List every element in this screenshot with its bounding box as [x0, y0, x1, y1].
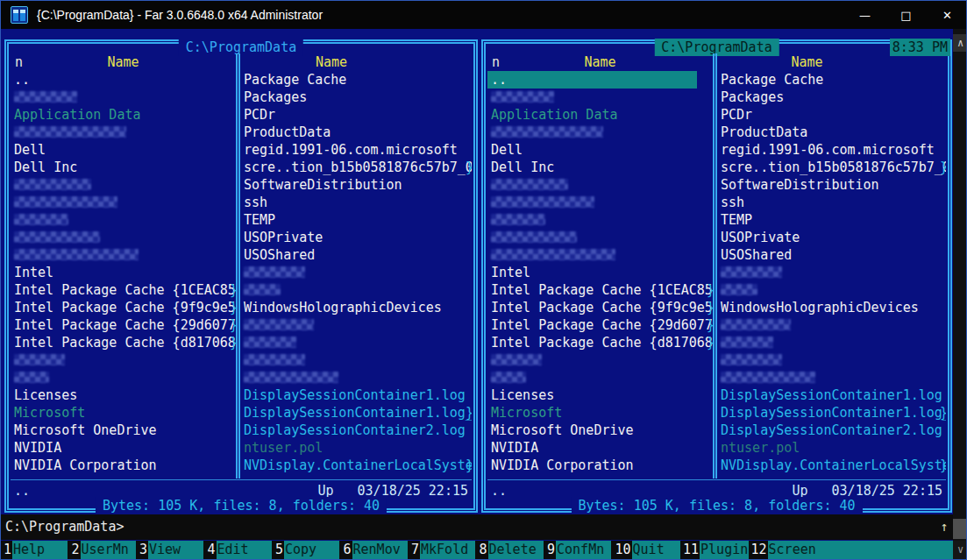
file-row[interactable]: USOPrivate: [240, 229, 472, 246]
file-row-redacted[interactable]: [240, 316, 472, 334]
file-row-redacted[interactable]: [240, 369, 472, 386]
file-row[interactable]: Package Cache: [717, 71, 946, 89]
file-row-redacted[interactable]: [11, 176, 236, 194]
file-row[interactable]: ProductData: [240, 124, 472, 141]
file-row[interactable]: Microsoft: [487, 404, 713, 422]
file-row-redacted[interactable]: [11, 194, 236, 211]
file-row[interactable]: ntuser.pol: [240, 439, 472, 457]
minimize-button[interactable]: —: [844, 1, 885, 29]
file-row[interactable]: Microsoft OneDrive: [11, 422, 236, 439]
file-row-redacted[interactable]: [487, 211, 713, 229]
file-row[interactable]: Intel Package Cache {d817068}: [487, 334, 713, 351]
fkey-5-copy[interactable]: 5Copy: [273, 541, 341, 559]
file-row-redacted[interactable]: [487, 229, 713, 246]
file-row-redacted[interactable]: [11, 246, 236, 264]
file-row[interactable]: WindowsHolographicDevices: [240, 299, 472, 316]
file-row[interactable]: Intel: [11, 264, 236, 281]
file-row[interactable]: Intel Package Cache {d817068}: [11, 334, 236, 351]
file-row[interactable]: regid.1991-06.com.microsoft: [717, 141, 946, 159]
history-up-arrow-icon[interactable]: ↑: [935, 514, 953, 540]
file-row[interactable]: DisplaySessionContainer1.log_}: [240, 404, 472, 422]
file-row[interactable]: NVIDIA: [11, 439, 236, 457]
file-row-redacted[interactable]: [240, 351, 472, 369]
scrollbar[interactable]: ∧ ∨: [953, 29, 967, 560]
file-row[interactable]: Intel Package Cache {9f9c9e5}: [11, 299, 236, 316]
file-row[interactable]: ..: [487, 71, 713, 89]
file-row[interactable]: Dell: [11, 141, 236, 159]
fkey-7-mkfold[interactable]: 7MkFold: [409, 541, 477, 559]
file-row[interactable]: SoftwareDistribution: [240, 176, 472, 194]
file-row-redacted[interactable]: [487, 124, 713, 141]
file-row[interactable]: WindowsHolographicDevices: [717, 299, 946, 316]
file-row-redacted[interactable]: [11, 124, 236, 141]
fkey-11-plugin[interactable]: 11Plugin: [680, 541, 749, 559]
file-row-redacted[interactable]: [487, 246, 713, 264]
file-row[interactable]: USOShared: [717, 246, 946, 264]
file-row[interactable]: ntuser.pol: [717, 439, 946, 457]
file-row-redacted[interactable]: [717, 334, 946, 351]
file-row[interactable]: DisplaySessionContainer1.log_}: [717, 404, 946, 422]
file-row[interactable]: Microsoft OneDrive: [487, 422, 713, 439]
file-row-redacted[interactable]: [11, 229, 236, 246]
file-row-redacted[interactable]: [717, 316, 946, 334]
scroll-up-icon[interactable]: ∧: [953, 34, 967, 52]
file-row[interactable]: DisplaySessionContainer1.log: [717, 386, 946, 404]
fkey-10-quit[interactable]: 10Quit: [613, 541, 681, 559]
file-row-redacted[interactable]: [11, 89, 236, 106]
fkey-6-renmov[interactable]: 6RenMov: [341, 541, 409, 559]
file-row[interactable]: Package Cache: [240, 71, 472, 89]
file-row[interactable]: TEMP: [240, 211, 472, 229]
file-row-redacted[interactable]: [487, 89, 713, 106]
file-row[interactable]: SoftwareDistribution: [717, 176, 946, 194]
file-row[interactable]: USOShared: [240, 246, 472, 264]
file-row[interactable]: Application Data: [487, 106, 713, 124]
file-row[interactable]: ssh: [240, 194, 472, 211]
file-row[interactable]: DisplaySessionContainer2.log: [717, 422, 946, 439]
file-row[interactable]: NVIDIA Corporation: [11, 457, 236, 474]
fkey-1-help[interactable]: 1Help: [1, 541, 69, 559]
file-row[interactable]: ssh: [717, 194, 946, 211]
file-row-redacted[interactable]: [717, 369, 946, 386]
file-row[interactable]: TEMP: [717, 211, 946, 229]
file-row-redacted[interactable]: [11, 369, 236, 386]
file-row-redacted[interactable]: [487, 194, 713, 211]
file-row[interactable]: Dell Inc: [487, 159, 713, 176]
file-row[interactable]: ..: [11, 71, 236, 89]
file-row[interactable]: NVDisplay.ContainerLocalSyste}: [717, 457, 946, 474]
file-row[interactable]: Application Data: [11, 106, 236, 124]
scroll-down-icon[interactable]: ∨: [953, 541, 967, 559]
file-row-redacted[interactable]: [717, 264, 946, 281]
file-row-redacted[interactable]: [240, 334, 472, 351]
file-row[interactable]: Packages: [717, 89, 946, 106]
file-row[interactable]: Dell: [487, 141, 713, 159]
file-row[interactable]: Licenses: [11, 386, 236, 404]
fkey-8-delete[interactable]: 8Delete: [477, 541, 545, 559]
file-row[interactable]: NVIDIA: [487, 439, 713, 457]
file-row-redacted[interactable]: [487, 176, 713, 194]
file-row[interactable]: PCDr: [717, 106, 946, 124]
command-line[interactable]: C:\ProgramData>: [1, 514, 953, 540]
file-row-redacted[interactable]: [240, 281, 472, 299]
fkey-2-usermn[interactable]: 2UserMn: [69, 541, 138, 559]
file-row[interactable]: scre..tion_b15b0581876c57b7_0}: [717, 159, 946, 176]
file-row[interactable]: NVDisplay.ContainerLocalSyste}: [240, 457, 472, 474]
file-row[interactable]: DisplaySessionContainer1.log: [240, 386, 472, 404]
file-row-redacted[interactable]: [240, 264, 472, 281]
file-row-redacted[interactable]: [717, 351, 946, 369]
file-row[interactable]: Intel Package Cache {1CEAC85}: [11, 281, 236, 299]
fkey-9-confmn[interactable]: 9ConfMn: [544, 541, 613, 559]
file-row[interactable]: Dell Inc: [11, 159, 236, 176]
file-row[interactable]: scre..tion_b15b0581876c57b7_0}: [240, 159, 472, 176]
file-row-redacted[interactable]: [11, 351, 236, 369]
file-row[interactable]: ProductData: [717, 124, 946, 141]
fkey-4-edit[interactable]: 4Edit: [205, 541, 274, 559]
file-row[interactable]: Packages: [240, 89, 472, 106]
file-row[interactable]: Intel: [487, 264, 713, 281]
fkey-12-screen[interactable]: 12Screen: [749, 541, 954, 559]
file-row[interactable]: USOPrivate: [717, 229, 946, 246]
file-row[interactable]: Licenses: [487, 386, 713, 404]
maximize-button[interactable]: □: [885, 1, 927, 29]
file-row-redacted[interactable]: [717, 281, 946, 299]
file-row[interactable]: Intel Package Cache {9f9c9e5}: [487, 299, 713, 316]
file-row[interactable]: NVIDIA Corporation: [487, 457, 713, 474]
